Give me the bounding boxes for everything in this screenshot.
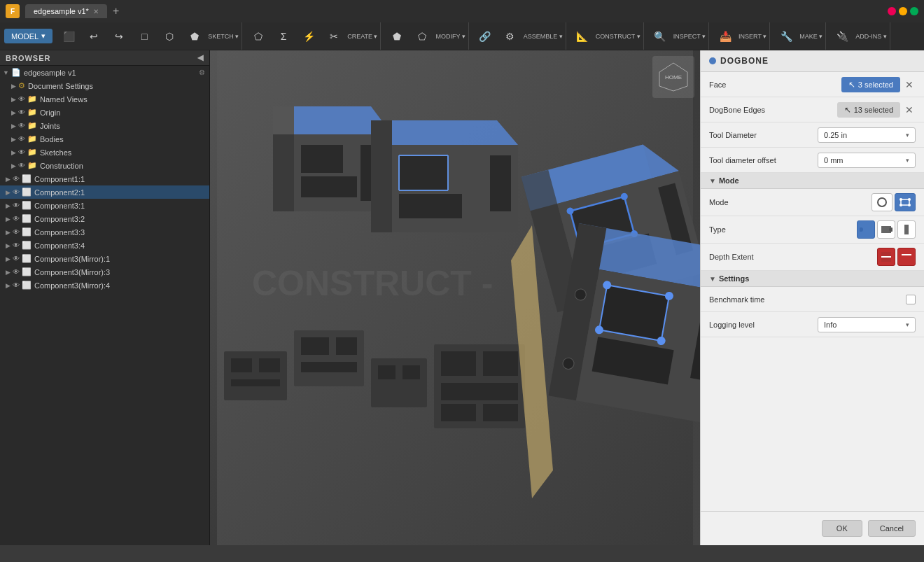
construction-expand-icon[interactable]: ▶: [11, 162, 16, 169]
benchmark-time-checkbox[interactable]: [906, 295, 916, 304]
toolbar-btn-modify-2[interactable]: ⬠: [410, 26, 434, 47]
comp1-eye-icon[interactable]: 👁: [13, 175, 20, 183]
type-icon-3[interactable]: [897, 220, 916, 239]
cancel-button[interactable]: Cancel: [868, 520, 916, 537]
tool-diameter-dropdown[interactable]: 0.25 in ▾: [818, 127, 916, 143]
sketches-eye-icon[interactable]: 👁: [18, 148, 25, 156]
depth-icon-1[interactable]: [877, 248, 895, 266]
comp3m4-eye-icon[interactable]: 👁: [13, 281, 20, 289]
root-settings-icon[interactable]: ⚙: [199, 69, 205, 76]
canvas-viewport[interactable]: CONSTRUCT -: [210, 50, 700, 545]
tree-item-construction[interactable]: ▶ 👁 📁 Construction: [0, 159, 209, 172]
comp3m4-expand-icon[interactable]: ▶: [6, 282, 10, 289]
toolbar-btn-sum[interactable]: Σ: [272, 26, 295, 47]
toolbar-btn-assemble-2[interactable]: ⚙: [498, 26, 522, 47]
comp3-3-eye-icon[interactable]: 👁: [13, 228, 20, 236]
toolbar-btn-undo[interactable]: ↩: [82, 26, 106, 47]
toolbar-btn-addins-1[interactable]: 🔌: [830, 26, 854, 47]
depth-extent-label: Depth Extent: [709, 253, 877, 261]
toolbar-btn-inspect-1[interactable]: 🔍: [648, 26, 672, 47]
tree-item-bodies[interactable]: ▶ 👁 📁 Bodies: [0, 132, 209, 146]
window-min-button[interactable]: [899, 7, 907, 15]
comp3-4-expand-icon[interactable]: ▶: [6, 242, 10, 249]
comp3-1-expand-icon[interactable]: ▶: [6, 202, 10, 209]
toolbar-group-create: ⬠ Σ ⚡ ✂ CREATE ▾: [244, 22, 381, 50]
tab-add-button[interactable]: +: [108, 5, 123, 17]
comp3m1-eye-icon[interactable]: 👁: [13, 255, 20, 262]
mode-section-header[interactable]: ▼ Mode: [701, 173, 924, 189]
toolbar-btn-extrude[interactable]: ⬠: [246, 26, 270, 47]
tree-item-component3-4[interactable]: ▶ 👁 ⬜ Component3:4: [0, 239, 209, 252]
dogbone-edges-clear-button[interactable]: ✕: [903, 104, 916, 115]
comp3-2-eye-icon[interactable]: 👁: [13, 215, 20, 223]
origin-expand-icon[interactable]: ▶: [11, 109, 16, 116]
toolbar-btn-sketch-4[interactable]: □: [132, 26, 156, 47]
comp3-1-eye-icon[interactable]: 👁: [13, 202, 20, 209]
toolbar-btn-sketch-6[interactable]: ⬟: [183, 26, 206, 47]
toolbar-btn-assemble-1[interactable]: 🔗: [473, 26, 497, 47]
mode-dogbone-button[interactable]: [895, 193, 916, 211]
construction-eye-icon[interactable]: 👁: [18, 162, 25, 169]
comp3-2-expand-icon[interactable]: ▶: [6, 216, 10, 223]
bodies-eye-icon[interactable]: 👁: [18, 135, 25, 143]
tree-item-joints[interactable]: ▶ 👁 📁 Joints: [0, 119, 209, 132]
browser-collapse-icon[interactable]: ◀: [197, 53, 204, 62]
browser-root-item[interactable]: ▼ 📄 edgesample v1 ⚙: [0, 66, 209, 79]
toolbar-btn-modify-1[interactable]: ⬟: [385, 26, 409, 47]
tree-item-component3-1[interactable]: ▶ 👁 ⬜ Component3:1: [0, 199, 209, 212]
joints-eye-icon[interactable]: 👁: [18, 122, 25, 129]
named-views-eye-icon[interactable]: 👁: [18, 95, 25, 103]
settings-section-header[interactable]: ▼ Settings: [701, 271, 924, 287]
toolbar-btn-redo[interactable]: ↪: [107, 26, 131, 47]
comp3m1-expand-icon[interactable]: ▶: [6, 255, 10, 262]
window-max-button[interactable]: [910, 7, 918, 15]
toolbar-btn-sketch-5[interactable]: ⬡: [158, 26, 181, 47]
toolbar-btn-make-1[interactable]: 🔧: [774, 26, 798, 47]
tab-close-icon[interactable]: ✕: [93, 8, 99, 15]
comp2-expand-icon[interactable]: ▶: [6, 189, 10, 196]
comp3-4-eye-icon[interactable]: 👁: [13, 241, 20, 249]
tree-item-origin[interactable]: ▶ 👁 📁 Origin: [0, 106, 209, 119]
tree-item-named-views[interactable]: ▶ 👁 📁 Named Views: [0, 92, 209, 106]
joints-expand-icon[interactable]: ▶: [11, 122, 16, 129]
doc-expand-icon[interactable]: ▶: [11, 83, 16, 90]
sketches-expand-icon[interactable]: ▶: [11, 149, 16, 156]
ok-button[interactable]: OK: [822, 520, 862, 537]
mode-circle-button[interactable]: [872, 193, 892, 211]
comp3m3-eye-icon[interactable]: 👁: [13, 268, 20, 276]
comp2-eye-icon[interactable]: 👁: [13, 188, 20, 196]
tree-item-component3-mirror-3[interactable]: ▶ 👁 ⬜ Component3(Mirror):3: [0, 265, 209, 279]
tree-item-component3-mirror-1[interactable]: ▶ 👁 ⬜ Component3(Mirror):1: [0, 252, 209, 265]
tree-item-component2-1[interactable]: ▶ 👁 ⬜ Component2:1: [0, 185, 209, 199]
tree-item-doc-settings[interactable]: ▶ ⚙ Document Settings: [0, 79, 209, 92]
face-select-button[interactable]: ↖ 3 selected: [841, 77, 900, 92]
dogbone-edges-select-button[interactable]: ↖ 13 selected: [837, 102, 900, 118]
comp1-expand-icon[interactable]: ▶: [6, 176, 10, 183]
comp3-3-expand-icon[interactable]: ▶: [6, 229, 10, 236]
window-close-button[interactable]: [888, 7, 896, 15]
type-icon-2[interactable]: [877, 220, 895, 239]
toolbar-btn-sketch-1[interactable]: ⬛: [57, 26, 80, 47]
model-dropdown-button[interactable]: MODEL ▾: [4, 29, 52, 43]
navigation-cube[interactable]: HOME: [652, 56, 694, 98]
depth-icon-2[interactable]: [897, 248, 916, 266]
named-views-expand-icon[interactable]: ▶: [11, 96, 16, 103]
tree-item-component3-mirror-4[interactable]: ▶ 👁 ⬜ Component3(Mirror):4: [0, 279, 209, 292]
tool-diameter-offset-dropdown[interactable]: 0 mm ▾: [818, 153, 916, 168]
origin-eye-icon[interactable]: 👁: [18, 108, 25, 116]
tree-item-sketches[interactable]: ▶ 👁 📁 Sketches: [0, 146, 209, 159]
toolbar-btn-create-3[interactable]: ⚡: [297, 26, 321, 47]
logging-level-dropdown[interactable]: Info ▾: [818, 317, 916, 332]
toolbar-btn-insert-1[interactable]: 📥: [713, 26, 737, 47]
comp3m3-expand-icon[interactable]: ▶: [6, 269, 10, 276]
active-tab[interactable]: edgesample v1* ✕: [25, 4, 107, 18]
tree-item-component3-2[interactable]: ▶ 👁 ⬜ Component3:2: [0, 212, 209, 225]
toolbar-btn-create-4[interactable]: ✂: [322, 26, 346, 47]
root-expand-icon[interactable]: ▼: [3, 69, 9, 76]
bodies-expand-icon[interactable]: ▶: [11, 136, 16, 143]
tree-item-component1-1[interactable]: ▶ 👁 ⬜ Component1:1: [0, 172, 209, 185]
tree-item-component3-3[interactable]: ▶ 👁 ⬜ Component3:3: [0, 225, 209, 239]
face-clear-button[interactable]: ✕: [903, 79, 916, 90]
toolbar-btn-construct-1[interactable]: 📐: [570, 26, 594, 47]
type-icon-1[interactable]: [857, 220, 875, 239]
